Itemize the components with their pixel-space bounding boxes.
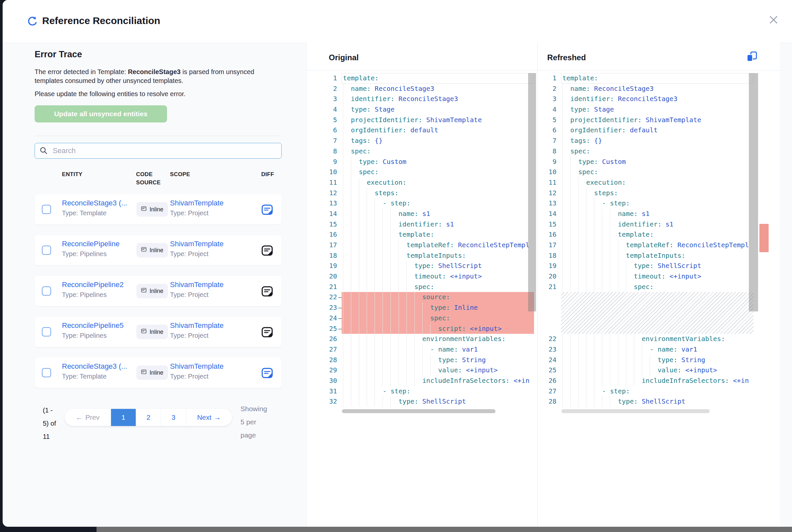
code-line: type: ShellScript bbox=[561, 396, 753, 407]
original-horizontal-scrollbar[interactable] bbox=[342, 409, 496, 413]
refreshed-horizontal-scrollbar[interactable] bbox=[561, 409, 710, 413]
yaml-key: type: bbox=[563, 262, 653, 270]
file-inline-icon bbox=[141, 287, 147, 295]
close-icon[interactable] bbox=[768, 14, 779, 26]
page-button-3[interactable]: 3 bbox=[161, 409, 186, 426]
pagination-range-line: 11 bbox=[43, 430, 66, 443]
code-line: projectIdentifier: ShivamTemplate bbox=[342, 115, 534, 126]
row-checkbox[interactable] bbox=[42, 327, 51, 337]
code-source-label: Inline bbox=[150, 247, 163, 254]
line-number: 21 bbox=[538, 282, 556, 292]
scope-link[interactable]: ShivamTemplate bbox=[170, 321, 224, 330]
code-source-badge: Inline bbox=[136, 202, 168, 216]
original-panel-title: Original bbox=[329, 53, 359, 62]
yaml-key: spec: bbox=[563, 283, 653, 291]
yaml-key: orgIdentifier: bbox=[563, 126, 626, 134]
original-code-editor[interactable]: template: name: ReconcileStage3 identifi… bbox=[342, 73, 534, 407]
code-source-badge: Inline bbox=[136, 243, 168, 258]
line-number: 22 bbox=[538, 334, 556, 344]
scope-link[interactable]: ShivamTemplate bbox=[170, 199, 224, 207]
yaml-value: ReconcileStage3 bbox=[590, 84, 653, 93]
refreshed-code-editor[interactable]: template: name: ReconcileStage3 identifi… bbox=[561, 73, 753, 407]
yaml-value: ReconcileStepTempl bbox=[454, 241, 530, 249]
yaml-value: ShellScript bbox=[653, 262, 701, 270]
search-icon bbox=[39, 147, 48, 155]
original-vertical-scrollbar[interactable] bbox=[528, 73, 536, 311]
page-bottom-scrollbar[interactable] bbox=[96, 527, 792, 532]
yaml-key: script: bbox=[343, 325, 466, 332]
row-checkbox[interactable] bbox=[42, 246, 51, 255]
prev-page-button[interactable]: ← Prev bbox=[65, 409, 111, 426]
file-diff-icon[interactable] bbox=[261, 367, 273, 379]
line-number: 8 bbox=[538, 146, 556, 157]
entity-type-label: Type: Template bbox=[62, 373, 106, 380]
entity-link[interactable]: ReconcileStage3 (... bbox=[62, 362, 127, 371]
yaml-value: s1 bbox=[638, 210, 650, 217]
code-line: tags: {} bbox=[342, 136, 534, 146]
yaml-key: name: bbox=[563, 210, 638, 217]
deleted-lines-hatch bbox=[561, 292, 753, 334]
scope-link[interactable]: ShivamTemplate bbox=[170, 240, 224, 248]
per-page-line: Showing bbox=[240, 402, 287, 416]
scope-link[interactable]: ShivamTemplate bbox=[170, 362, 224, 371]
yaml-key: includeInfraSelectors: bbox=[343, 377, 510, 384]
file-diff-icon[interactable] bbox=[261, 327, 273, 338]
code-source-label: Inline bbox=[150, 288, 163, 294]
entity-type-label: Type: Template bbox=[62, 209, 106, 217]
code-line: environmentVariables: bbox=[561, 334, 753, 344]
scope-link[interactable]: ShivamTemplate bbox=[170, 281, 224, 289]
line-number: 3 bbox=[538, 94, 556, 104]
code-source-label: Inline bbox=[150, 369, 163, 376]
code-line: name: ReconcileStage3 bbox=[561, 83, 753, 94]
entity-type-label: Type: Pipelines bbox=[62, 332, 107, 339]
yaml-value: Inline bbox=[450, 304, 478, 311]
code-line: template: bbox=[561, 229, 753, 240]
yaml-value: ShellScript bbox=[638, 397, 686, 405]
file-diff-icon[interactable] bbox=[261, 245, 273, 256]
code-line: environmentVariables: bbox=[342, 334, 534, 344]
code-line: type: Custom bbox=[342, 157, 534, 167]
yaml-key: type: bbox=[563, 105, 590, 113]
line-number: 23 bbox=[538, 344, 556, 355]
refresh-icon bbox=[26, 16, 38, 27]
code-line: includeInfraSelectors: <+in bbox=[561, 376, 753, 386]
row-checkbox[interactable] bbox=[42, 368, 51, 377]
file-diff-icon[interactable] bbox=[261, 286, 273, 297]
yaml-key: identifier: bbox=[563, 95, 614, 103]
update-all-unsynced-entities-button[interactable]: Update all unsynced entities bbox=[35, 105, 167, 122]
entity-link[interactable]: ReconcileStage3 (... bbox=[62, 199, 127, 207]
search-box bbox=[35, 143, 282, 159]
yaml-value: <+input> bbox=[446, 272, 482, 280]
code-line: spec: bbox=[342, 313, 534, 324]
code-line: - step: bbox=[342, 386, 534, 397]
entity-link[interactable]: ReconcilePipeline5 bbox=[62, 321, 124, 330]
yaml-value: ShivamTemplate bbox=[422, 116, 482, 124]
code-line: script: <+input> bbox=[342, 324, 534, 334]
yaml-value: <+in bbox=[510, 377, 530, 384]
code-line: template: bbox=[561, 73, 753, 83]
yaml-value: ShellScript bbox=[434, 262, 482, 270]
line-number: 28 bbox=[307, 355, 337, 365]
yaml-key: type: bbox=[343, 105, 371, 113]
refreshed-vertical-scrollbar[interactable] bbox=[749, 73, 758, 311]
code-line: templateInputs: bbox=[342, 250, 534, 261]
entity-link[interactable]: ReconcilePipeline bbox=[62, 240, 119, 248]
next-page-button[interactable]: Next → bbox=[186, 409, 232, 426]
refreshed-line-numbers: 1234567891011121314151617181920212223242… bbox=[538, 73, 556, 407]
yaml-key: environmentVariables: bbox=[563, 335, 725, 343]
yaml-key: template: bbox=[563, 230, 653, 238]
search-input[interactable] bbox=[52, 146, 277, 155]
page-button-2[interactable]: 2 bbox=[136, 409, 161, 426]
line-number: 5 bbox=[538, 115, 556, 126]
code-line: execution: bbox=[342, 177, 534, 188]
file-diff-icon[interactable] bbox=[261, 204, 273, 215]
code-line: type: String bbox=[561, 355, 753, 365]
copy-icon[interactable] bbox=[745, 51, 759, 63]
entity-link[interactable]: ReconcilePipeline2 bbox=[62, 281, 124, 289]
row-checkbox[interactable] bbox=[42, 286, 51, 296]
yaml-value: String bbox=[677, 356, 705, 364]
line-number: 8 bbox=[307, 146, 337, 157]
file-inline-icon bbox=[141, 328, 147, 336]
row-checkbox[interactable] bbox=[42, 205, 51, 214]
page-button-1[interactable]: 1 bbox=[111, 409, 136, 426]
